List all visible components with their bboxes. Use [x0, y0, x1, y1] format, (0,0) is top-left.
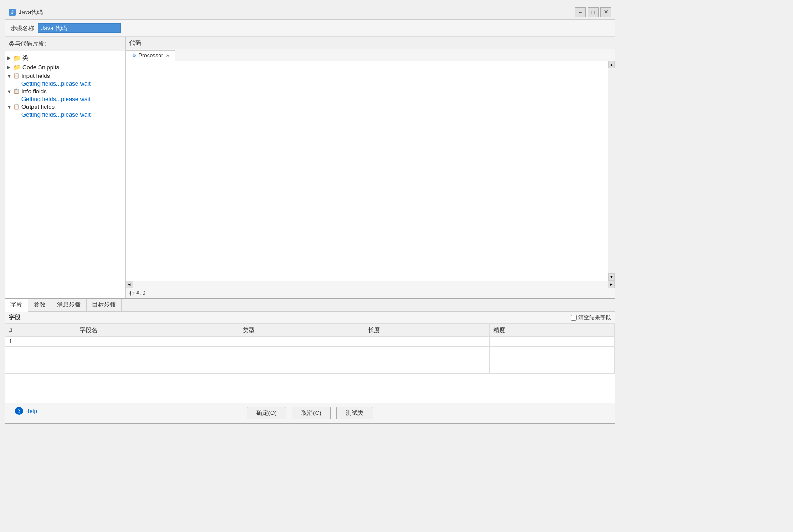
clear-checkbox-area: 清空结果字段	[571, 314, 611, 322]
info-fields-icon: 📋	[13, 88, 20, 94]
minimize-button[interactable]: −	[575, 7, 586, 17]
cell-name[interactable]	[76, 337, 239, 347]
tree-child-input: Getting fields...please wait	[5, 80, 125, 87]
tree-item-snippets[interactable]: ▶ 📁 Code Snippits	[5, 63, 125, 72]
title-bar: J Java代码 − □ ✕	[5, 5, 615, 20]
info-fields-loading[interactable]: Getting fields...please wait	[20, 95, 92, 103]
tree-item-output-fields[interactable]: ▼ 📋 Output fields	[5, 102, 125, 111]
tab-target-steps-label: 目标步骤	[92, 301, 116, 308]
left-panel: 类与代码片段: ▶ 📁 类 ▶ 📁 Code Snippits ▼ 📋	[5, 37, 126, 298]
input-fields-loading[interactable]: Getting fields...please wait	[20, 80, 92, 87]
tab-message-steps-label: 消息步骤	[57, 301, 81, 308]
fields-header: 字段 清空结果字段	[5, 312, 615, 324]
tab-close-processor[interactable]: ✕	[166, 53, 169, 58]
help-icon: ?	[15, 407, 23, 415]
horizontal-scrollbar: ◄ ►	[126, 281, 615, 288]
cell-num: 1	[5, 337, 76, 347]
code-area-title: 代码	[126, 37, 615, 49]
confirm-button[interactable]: 确定(O)	[247, 407, 287, 419]
tree-label-output-fields: Output fields	[21, 103, 55, 110]
scroll-up-button[interactable]: ▲	[608, 61, 615, 68]
maximize-button[interactable]: □	[588, 7, 599, 17]
hscroll-track	[133, 281, 608, 288]
main-window: J Java代码 − □ ✕ 步骤名称 类与代码片段: ▶ 📁 类	[5, 5, 615, 424]
tab-target-steps[interactable]: 目标步骤	[87, 299, 122, 311]
tab-message-steps[interactable]: 消息步骤	[51, 299, 87, 311]
tree-item-info-fields[interactable]: ▼ 📋 Info fields	[5, 87, 125, 96]
col-header-length: 长度	[364, 324, 490, 337]
status-bar: 行 #: 0	[126, 288, 615, 298]
scroll-right-button[interactable]: ►	[608, 281, 615, 288]
code-editor[interactable]	[126, 61, 209, 78]
tab-params[interactable]: 参数	[28, 299, 51, 311]
col-header-type: 类型	[239, 324, 364, 337]
folder-icon-classes: 📁	[13, 55, 20, 61]
vertical-scrollbar: ▲ ▼	[608, 61, 615, 281]
clear-result-checkbox[interactable]	[571, 315, 577, 321]
tree-item-input-fields[interactable]: ▼ 📋 Input fields	[5, 72, 125, 80]
code-tabs: ⚙ Processor ✕	[126, 49, 615, 61]
test-button[interactable]: 测试类	[336, 407, 373, 419]
tree-label-snippets: Code Snippits	[22, 64, 59, 71]
output-fields-loading[interactable]: Getting fields...please wait	[20, 111, 92, 118]
fields-section: 字段 清空结果字段 # 字段名 类型 长度 精度	[5, 312, 615, 403]
expand-icon-output: ▼	[7, 104, 13, 110]
editor-content	[126, 61, 608, 281]
expand-icon-input: ▼	[7, 73, 13, 79]
tab-params-label: 参数	[34, 301, 46, 308]
tree-label-classes: 类	[22, 54, 28, 62]
scroll-thumb	[608, 68, 615, 273]
tab-fields-label: 字段	[10, 301, 22, 308]
row-status: 行 #: 0	[129, 290, 145, 296]
scroll-down-button[interactable]: ▼	[608, 273, 615, 281]
right-panel: 代码 ⚙ Processor ✕ ▲ ▼	[126, 37, 615, 298]
cell-length[interactable]	[364, 337, 490, 347]
col-header-precision: 精度	[490, 324, 615, 337]
step-name-label: 步骤名称	[10, 24, 34, 32]
tree-label-info-fields: Info fields	[21, 88, 47, 95]
fields-title: 字段	[9, 313, 571, 322]
scroll-left-button[interactable]: ◄	[126, 281, 133, 288]
col-header-name: 字段名	[76, 324, 239, 337]
window-title: Java代码	[19, 8, 575, 16]
window-icon: J	[9, 9, 16, 16]
empty-row	[5, 347, 615, 374]
expand-icon-classes: ▶	[7, 55, 13, 61]
table-header-row: # 字段名 类型 长度 精度	[5, 324, 615, 337]
tree-child-output: Getting fields...please wait	[5, 111, 125, 118]
tab-processor-icon: ⚙	[132, 52, 137, 59]
folder-icon-snippets: 📁	[13, 64, 20, 71]
bottom-section: 字段 参数 消息步骤 目标步骤 字段 清空结果字段	[5, 298, 615, 403]
help-label: Help	[25, 408, 37, 414]
cell-precision[interactable]	[490, 337, 615, 347]
expand-icon-info: ▼	[7, 89, 13, 94]
help-area[interactable]: ? Help	[15, 407, 37, 415]
tab-fields[interactable]: 字段	[5, 299, 28, 312]
close-button[interactable]: ✕	[600, 7, 611, 17]
editor-area: ▲ ▼	[126, 61, 615, 281]
left-panel-title: 类与代码片段:	[5, 37, 125, 51]
tree-item-classes[interactable]: ▶ 📁 类	[5, 53, 125, 63]
tree-label-input-fields: Input fields	[21, 72, 50, 79]
clear-checkbox-label: 清空结果字段	[578, 314, 611, 322]
bottom-tabs: 字段 参数 消息步骤 目标步骤	[5, 299, 615, 312]
tab-processor-label: Processor	[138, 52, 163, 59]
tree-child-info: Getting fields...please wait	[5, 96, 125, 102]
tree-area: ▶ 📁 类 ▶ 📁 Code Snippits ▼ 📋 Input fields	[5, 51, 125, 298]
fields-data-table: # 字段名 类型 长度 精度 1	[5, 324, 615, 374]
col-header-num: #	[5, 324, 76, 337]
fields-table: # 字段名 类型 长度 精度 1	[5, 324, 615, 403]
title-bar-controls: − □ ✕	[575, 7, 611, 17]
footer-buttons: ? Help 确定(O) 取消(C) 测试类	[5, 403, 615, 423]
output-fields-icon: 📋	[13, 104, 20, 110]
main-content: 类与代码片段: ▶ 📁 类 ▶ 📁 Code Snippits ▼ 📋	[5, 37, 615, 298]
expand-icon-snippets: ▶	[7, 64, 13, 70]
cell-type[interactable]	[239, 337, 364, 347]
step-name-input[interactable]	[38, 23, 121, 33]
step-name-row: 步骤名称	[5, 20, 615, 37]
input-fields-icon: 📋	[13, 73, 20, 79]
table-row[interactable]: 1	[5, 337, 615, 347]
cancel-button[interactable]: 取消(C)	[292, 407, 331, 419]
tab-processor[interactable]: ⚙ Processor ✕	[126, 50, 175, 61]
